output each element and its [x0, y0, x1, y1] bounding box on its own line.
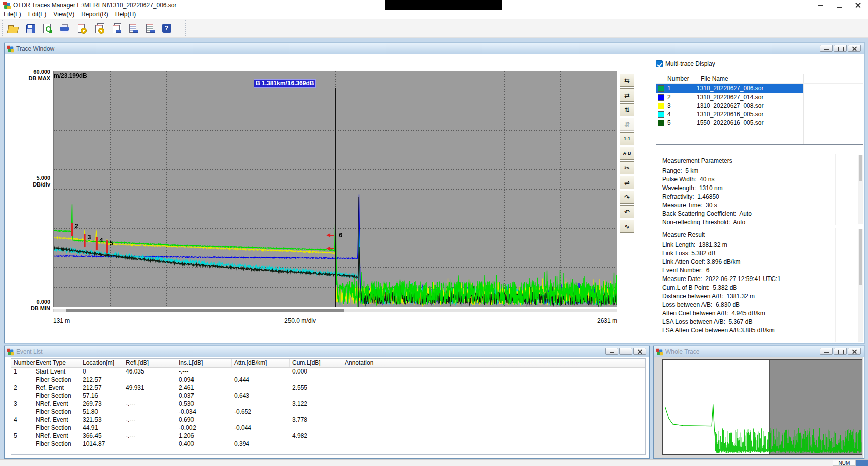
measurement-parameter-line: Wavelength: 1310 nm: [656, 184, 863, 193]
curve-shift-down-button[interactable]: ↶: [620, 205, 634, 218]
event-table-row[interactable]: 1Start Event046.035-.---0.000: [11, 368, 645, 376]
multi-trace-checkbox[interactable]: [656, 60, 663, 67]
file-list-header[interactable]: Number File Name: [656, 74, 863, 84]
event-col-insldb[interactable]: Ins.L[dB]: [176, 359, 232, 367]
table-print-button[interactable]: [125, 20, 140, 36]
event-table-row[interactable]: Fiber Section57.160.0370.643: [11, 392, 645, 400]
save-button[interactable]: [22, 20, 38, 36]
file-list-col-filename[interactable]: File Name: [701, 75, 728, 82]
expand-vertical-button[interactable]: ⇅: [620, 103, 634, 116]
menu-item-file[interactable]: File(F): [0, 10, 25, 19]
measure-result-line: Measure Date: 2022-06-27 12:59:41 UTC:1: [656, 275, 863, 284]
file-list-row-2[interactable]: 21310_20220627_014.sor: [656, 93, 863, 102]
curve-button[interactable]: ∿: [620, 220, 634, 233]
trace-window: Trace Window 60.000DB MAX 5.000DB/div 0.…: [4, 43, 864, 343]
event-table-row[interactable]: Fiber Section1014.870.4000.394: [11, 440, 645, 448]
marker-ab-button[interactable]: A·B: [620, 147, 634, 160]
maximize-button[interactable]: [830, 0, 849, 10]
print-preview-button[interactable]: [39, 20, 55, 36]
event-cell: [232, 384, 290, 392]
otdr-trace-chart[interactable]: [53, 71, 617, 307]
compress-vertical-button[interactable]: ⇵: [620, 118, 634, 131]
event-table-row[interactable]: Fiber Section51.80-0.034-0.652: [11, 408, 645, 416]
file-list-row-1[interactable]: 11310_20220627_006.sor: [656, 84, 863, 93]
pages-setup-button[interactable]: [90, 20, 106, 36]
event-table-row[interactable]: Fiber Section44.91-0.002-0.044: [11, 424, 645, 432]
pages-setup-icon: [93, 23, 104, 34]
event-col-number[interactable]: Number: [11, 359, 33, 367]
event-col-event type[interactable]: Event Type: [33, 359, 80, 367]
event-cell: 4: [11, 416, 33, 424]
whole-trace-titlebar[interactable]: Whole Trace: [654, 346, 864, 357]
event-cell: [290, 440, 342, 448]
event-col-refldb[interactable]: Refl.[dB]: [123, 359, 176, 367]
event-cell: 3.778: [290, 416, 342, 424]
file-list-row-3[interactable]: 31310_20220627_008.sor: [656, 102, 863, 110]
whole-trace-minimize-button[interactable]: [820, 348, 833, 355]
event-cell: 1.206: [176, 432, 232, 440]
measurement-parameter-line: Measure Time: 30 s: [656, 201, 863, 210]
event-list-titlebar[interactable]: Event List: [5, 346, 649, 357]
window-title: OTDR Traces Manager E:\MERENI\1310_20220…: [13, 2, 177, 9]
resize-grip[interactable]: [856, 460, 868, 466]
event-col-annotation[interactable]: Annotation: [342, 359, 645, 367]
trace-window-minimize-button[interactable]: [820, 45, 833, 52]
event-cell: -.---: [123, 416, 176, 424]
minimize-button[interactable]: [811, 0, 830, 10]
trace-window-titlebar[interactable]: Trace Window: [5, 43, 864, 54]
event-table-row[interactable]: 4NRef. Event321.53-.---0.6903.778: [11, 416, 645, 424]
trace-color-swatch: [658, 103, 664, 109]
swap-traces-button[interactable]: ⇌: [620, 176, 634, 189]
pages-print-button[interactable]: [108, 20, 123, 36]
event-cell: 51.80: [80, 408, 123, 416]
measurement-parameters-scrollbar[interactable]: [858, 155, 863, 224]
titlebar[interactable]: OTDR Traces Manager E:\MERENI\1310_20220…: [0, 0, 868, 10]
measure-result-scrollbar[interactable]: [858, 229, 863, 342]
marker-cross-button[interactable]: ✂: [620, 161, 634, 174]
event-table-row[interactable]: 3NRef. Event269.73-.---0.5303.122: [11, 400, 645, 408]
event-cell: 3.122: [290, 400, 342, 408]
table-print-icon: [127, 23, 138, 34]
measure-result-title: Measure Result: [656, 228, 863, 241]
menu-item-report[interactable]: Report(R): [78, 10, 112, 19]
print-preview-icon: [42, 23, 53, 34]
page-setup-button[interactable]: [73, 20, 89, 36]
trace-window-maximize-button[interactable]: [834, 45, 847, 52]
whole-trace-chart[interactable]: [662, 359, 862, 455]
report-print-button[interactable]: [142, 20, 157, 36]
event-cell: -0.034: [176, 408, 232, 416]
chart-horizontal-scrollbar[interactable]: [53, 309, 617, 312]
menu-item-view[interactable]: View(V): [50, 10, 78, 19]
trace-file-list: Number File Name 11310_20220627_006.sor2…: [656, 74, 863, 145]
help-button[interactable]: ?: [159, 20, 174, 36]
expand-horizontal-button[interactable]: ⇆: [620, 74, 634, 87]
open-button[interactable]: [5, 20, 21, 36]
scrollbar-thumb[interactable]: [66, 309, 344, 312]
event-list-minimize-button[interactable]: [605, 348, 618, 355]
close-button[interactable]: [849, 0, 868, 10]
compress-horizontal-button[interactable]: ⇄: [620, 88, 634, 102]
trace-window-close-button[interactable]: [848, 45, 861, 52]
event-col-cumldb[interactable]: Cum.L[dB]: [290, 359, 342, 367]
event-list-maximize-button[interactable]: [619, 348, 632, 355]
event-col-locationm[interactable]: Location[m]: [80, 359, 123, 367]
file-list-row-4[interactable]: 41310_20220616_005.sor: [656, 110, 863, 119]
event-table-row[interactable]: 2Ref. Event212.5749.9312.4612.555: [11, 384, 645, 392]
whole-trace-close-button[interactable]: [848, 348, 861, 355]
event-table-row[interactable]: 5NRef. Event366.45-.---1.2064.982: [11, 432, 645, 440]
file-name: 1550_20220616_005.sor: [697, 119, 763, 126]
file-list-col-number[interactable]: Number: [667, 75, 689, 82]
menu-item-edit[interactable]: Edit(E): [25, 10, 50, 19]
curve-shift-up-button[interactable]: ↷: [620, 191, 634, 204]
trace-color-swatch: [658, 111, 664, 118]
event-col-attndbkm[interactable]: Attn.[dB/km]: [232, 359, 290, 367]
whole-trace-maximize-button[interactable]: [834, 348, 847, 355]
event-list-close-button[interactable]: [633, 348, 646, 355]
file-list-row-5[interactable]: 51550_20220616_005.sor: [656, 119, 863, 127]
menu-item-help[interactable]: Help(H): [112, 10, 139, 19]
marker-b-label[interactable]: B 1.381km/16.369dB: [254, 79, 316, 88]
zoom-1-1-button[interactable]: 1:1: [620, 132, 634, 145]
print-button[interactable]: [56, 20, 72, 36]
event-table-row[interactable]: Fiber Section212.570.0940.444: [11, 376, 645, 384]
event-cell: 0.690: [176, 416, 232, 424]
